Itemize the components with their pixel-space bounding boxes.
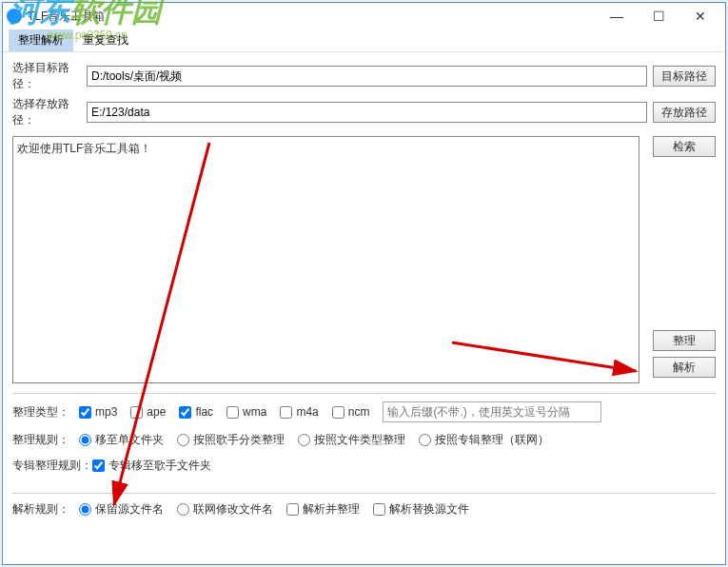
divider: [12, 393, 716, 394]
save-path-label: 选择存放路径：: [12, 96, 87, 128]
save-path-button[interactable]: 存放路径: [653, 102, 716, 123]
maximize-button[interactable]: ☐: [638, 3, 679, 29]
checkbox-parse-replace[interactable]: 解析替换源文件: [373, 501, 469, 518]
checkbox-album-to-artist[interactable]: 专辑移至歌手文件夹: [92, 458, 211, 474]
radio-keep-filename[interactable]: 保留源文件名: [79, 501, 164, 518]
target-path-input[interactable]: [87, 66, 647, 87]
checkbox-ncm[interactable]: ncm: [332, 405, 370, 419]
checkbox-ape[interactable]: ape: [130, 405, 166, 419]
parse-button[interactable]: 解析: [653, 357, 716, 378]
titlebar: TLF音乐工具箱 — ☐ ✕: [3, 3, 725, 29]
ext-input[interactable]: [383, 401, 601, 422]
search-button[interactable]: 检索: [653, 136, 716, 157]
radio-online-rename[interactable]: 联网修改文件名: [177, 501, 273, 518]
target-path-label: 选择目标路径：: [12, 60, 87, 92]
checkbox-mp3[interactable]: mp3: [79, 405, 117, 419]
organize-button[interactable]: 整理: [653, 330, 716, 351]
checkbox-m4a[interactable]: m4a: [280, 405, 318, 419]
window-title: TLF音乐工具箱: [28, 9, 596, 25]
album-rule-label: 专辑整理规则：: [12, 458, 92, 474]
target-path-button[interactable]: 目标路径: [653, 66, 716, 87]
checkbox-wma[interactable]: wma: [226, 405, 266, 419]
app-icon: [7, 9, 22, 24]
radio-by-album[interactable]: 按照专辑整理（联网）: [419, 432, 549, 448]
menubar: 整理解析 重复查找: [3, 29, 725, 52]
save-path-input[interactable]: [87, 102, 647, 123]
menu-duplicate-find[interactable]: 重复查找: [73, 29, 138, 51]
organize-type-label: 整理类型：: [12, 404, 79, 420]
close-button[interactable]: ✕: [679, 3, 721, 29]
minimize-button[interactable]: —: [596, 3, 638, 29]
radio-single-folder[interactable]: 移至单文件夹: [79, 432, 164, 448]
log-textarea[interactable]: 欢迎使用TLF音乐工具箱！: [12, 136, 639, 383]
radio-by-filetype[interactable]: 按照文件类型整理: [298, 432, 405, 448]
checkbox-flac[interactable]: flac: [179, 405, 213, 419]
menu-organize-parse[interactable]: 整理解析: [9, 29, 73, 51]
parse-rule-label: 解析规则：: [12, 501, 79, 518]
divider-2: [12, 493, 716, 494]
organize-rule-label: 整理规则：: [12, 432, 79, 448]
radio-by-artist[interactable]: 按照歌手分类整理: [177, 432, 285, 448]
checkbox-parse-organize[interactable]: 解析并整理: [286, 501, 360, 518]
